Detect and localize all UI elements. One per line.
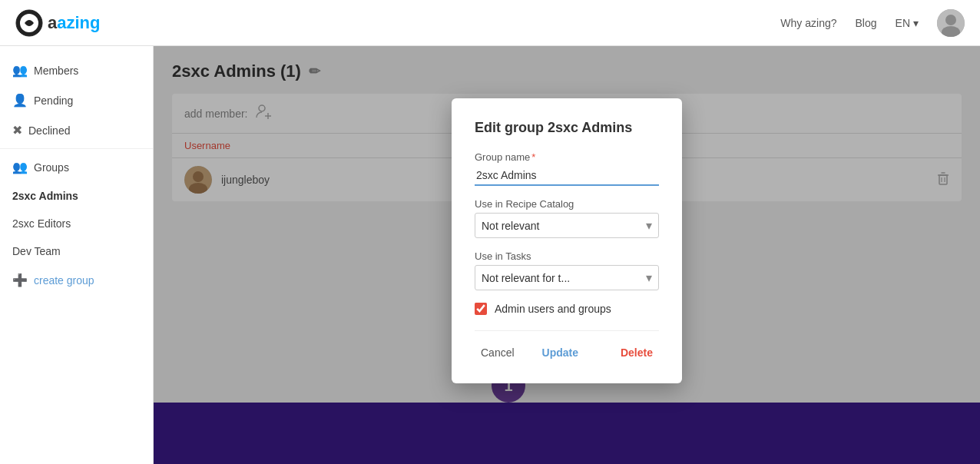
- nav-blog[interactable]: Blog: [856, 17, 877, 29]
- declined-icon: ✖: [12, 123, 22, 138]
- recipe-catalog-value: Not relevant: [482, 219, 646, 231]
- chevron-down-icon-tasks: ▾: [646, 270, 652, 285]
- edit-group-modal: Edit group 2sxc Admins Group name* Use i…: [452, 98, 682, 383]
- tasks-field-group: Use in Tasks Not relevant for t... ▾: [475, 250, 659, 290]
- tasks-select[interactable]: Not relevant for t... ▾: [475, 265, 659, 290]
- sidebar-divider: [0, 148, 153, 149]
- nav-why-azing[interactable]: Why azing?: [780, 17, 836, 29]
- sidebar-item-2sxc-editors[interactable]: 2sxc Editors: [0, 210, 153, 237]
- delete-button[interactable]: Delete: [614, 343, 659, 362]
- svg-point-4: [945, 15, 956, 25]
- user-avatar[interactable]: [937, 9, 965, 37]
- sidebar-item-create-group[interactable]: ➕ create group: [0, 265, 153, 295]
- sidebar: 👥 Members 👤 Pending ✖ Declined 👥 Groups …: [0, 46, 154, 464]
- logo-text: aazing: [48, 13, 100, 33]
- logo: aazing: [15, 9, 100, 37]
- admin-checkbox-label: Admin users and groups: [495, 303, 611, 315]
- sidebar-item-members[interactable]: 👥 Members: [0, 55, 153, 85]
- layout: 👥 Members 👤 Pending ✖ Declined 👥 Groups …: [0, 46, 980, 464]
- group-name-label: Group name*: [475, 151, 659, 163]
- group-name-input[interactable]: [475, 166, 659, 186]
- cancel-button[interactable]: Cancel: [475, 343, 521, 362]
- chevron-down-icon: ▾: [646, 218, 652, 233]
- groups-icon: 👥: [12, 160, 28, 174]
- recipe-catalog-select[interactable]: Not relevant ▾: [475, 213, 659, 238]
- admin-checkbox-row: Admin users and groups: [475, 303, 659, 315]
- logo-icon: [15, 9, 43, 37]
- modal-actions: Cancel Update Delete: [475, 330, 659, 362]
- sidebar-item-2sxc-admins[interactable]: 2sxc Admins: [0, 182, 153, 210]
- recipe-catalog-label: Use in Recipe Catalog: [475, 198, 659, 210]
- admin-checkbox[interactable]: [475, 303, 487, 315]
- sidebar-item-groups[interactable]: 👥 Groups: [0, 152, 153, 182]
- group-name-field-group: Group name*: [475, 151, 659, 186]
- tasks-value: Not relevant for t...: [482, 271, 646, 283]
- tasks-label: Use in Tasks: [475, 250, 659, 262]
- header: aazing Why azing? Blog EN ▾: [0, 0, 980, 46]
- sidebar-item-declined[interactable]: ✖ Declined: [0, 115, 153, 145]
- create-group-icon: ➕: [12, 273, 28, 287]
- members-icon: 👥: [12, 63, 28, 78]
- modal-title: Edit group 2sxc Admins: [475, 120, 659, 136]
- lang-selector[interactable]: EN ▾: [896, 17, 919, 29]
- svg-point-2: [27, 21, 31, 25]
- pending-icon: 👤: [12, 93, 28, 108]
- main-content: 2sxc Admins (1) ✏ add member: Username: [154, 46, 980, 464]
- update-button[interactable]: Update: [536, 343, 584, 362]
- recipe-catalog-field-group: Use in Recipe Catalog Not relevant ▾: [475, 198, 659, 238]
- sidebar-item-pending[interactable]: 👤 Pending: [0, 85, 153, 115]
- sidebar-item-dev-team[interactable]: Dev Team: [0, 237, 153, 265]
- header-nav: Why azing? Blog EN ▾: [780, 9, 965, 37]
